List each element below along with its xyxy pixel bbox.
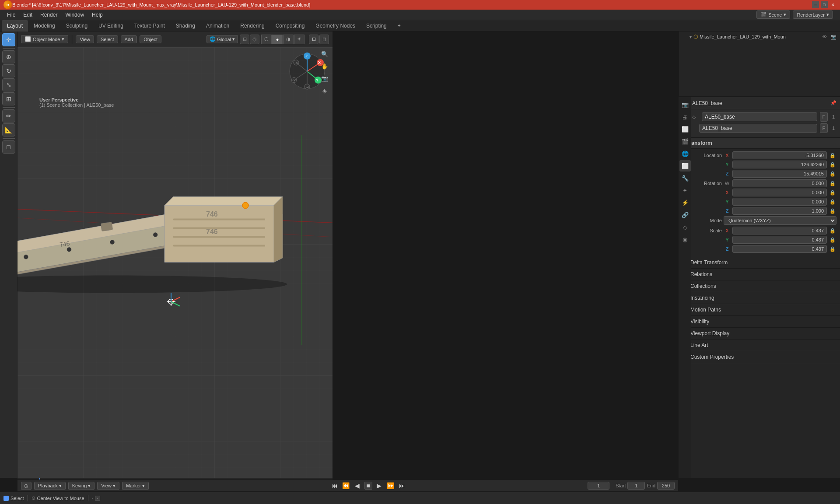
playback-dropdown[interactable]: Playback ▾ [34,482,66,490]
global-selector[interactable]: 🌐 Global ▾ [206,35,238,43]
collections-header[interactable]: ▶ Collections [679,280,840,292]
mesh-fake-user-btn[interactable]: F [820,123,828,133]
jump-start-btn[interactable]: ⏮ [330,481,339,490]
measure-tool[interactable]: 📐 [2,123,15,136]
location-z-input[interactable] [732,170,827,178]
data-props-btn[interactable]: ◇ [679,221,691,233]
rendered-mode-btn[interactable]: ☀ [294,35,304,44]
rotation-y-input[interactable] [732,198,827,206]
rotation-mode-dropdown[interactable]: Quaternion (WXYZ) XYZ Euler XZY Euler YX… [724,216,836,225]
modifier-props-btn[interactable]: 🔧 [679,172,691,184]
object-mode-selector[interactable]: ⬜ Object Mode ▾ [21,35,68,43]
menu-edit[interactable]: Edit [20,11,36,19]
viewport-canvas[interactable]: 746 746 746 [18,47,332,478]
step-forward-btn[interactable]: ⏩ [386,481,395,490]
play-btn[interactable]: ▶ [375,481,384,490]
current-frame-input[interactable] [588,482,609,490]
tab-texture-paint[interactable]: Texture Paint [129,20,170,32]
wireframe-mode-btn[interactable]: ⬡ [261,35,272,44]
delta-transform-header[interactable]: ▶ Delta Transform [679,257,840,268]
particle-props-btn[interactable]: ✦ [679,185,691,196]
tab-layout[interactable]: Layout [2,20,28,32]
tab-animation[interactable]: Animation [201,20,234,32]
material-props-btn[interactable]: ◉ [679,234,691,245]
view-layer-props-btn[interactable]: ⬜ [679,123,691,135]
move-tool[interactable]: ⊕ [2,50,15,63]
select-tool-cursor[interactable]: ✛ [2,33,15,46]
tab-add[interactable]: + [392,20,406,32]
missile-launcher-visibility[interactable]: 👁 [822,34,827,39]
tab-geometry-nodes[interactable]: Geometry Nodes [310,20,360,32]
scale-y-lock[interactable]: 🔒 [829,237,836,243]
props-pin-btn[interactable]: 📌 [830,100,836,106]
transform-tool[interactable]: ⊞ [2,92,15,105]
tab-shading[interactable]: Shading [171,20,200,32]
scale-tool[interactable]: ⤡ [2,78,15,91]
rotation-x-input[interactable] [732,189,827,196]
scene-props-btn[interactable]: 🎬 [679,136,691,147]
scene-selector[interactable]: 🎬 Scene ▾ [756,10,790,19]
center-view-icon[interactable]: ⊙ [32,495,35,501]
object-props-btn[interactable]: ⬜ [679,160,691,172]
material-preview-btn[interactable]: ◑ [283,35,294,44]
scale-z-lock[interactable]: 🔒 [829,246,836,252]
rotation-y-lock[interactable]: 🔒 [829,199,836,205]
play-reverse-btn[interactable]: ◀ [353,481,362,490]
object-menu[interactable]: Object [140,35,161,43]
rotation-w-lock[interactable]: 🔒 [829,181,836,186]
scale-z-input[interactable] [732,245,827,253]
viewport-overlay-toggle[interactable]: ⊡ [309,35,318,44]
view-menu[interactable]: View [76,35,94,43]
rotation-w-input[interactable] [732,179,827,187]
maximize-button[interactable]: □ [821,1,828,8]
object-name-input[interactable] [702,112,817,121]
grab-tool-btn[interactable]: ✋ [319,60,330,72]
end-frame-input[interactable] [657,482,675,490]
start-frame-input[interactable] [627,482,645,490]
rotation-x-lock[interactable]: 🔒 [829,190,836,196]
output-props-btn[interactable]: 🖨 [679,111,691,122]
minimize-button[interactable]: ─ [812,1,819,8]
user-count[interactable]: 1 [830,114,836,119]
tab-rendering[interactable]: Rendering [235,20,270,32]
add-menu[interactable]: Add [121,35,137,43]
scale-y-input[interactable] [732,236,827,244]
view-dropdown[interactable]: View ▾ [97,482,119,490]
missile-launcher-row[interactable]: ▾ ⬡ Missile_Launcher_LAU_129_with_Moun 👁… [682,32,836,41]
annotate-tool[interactable]: ✏ [2,109,15,122]
dot-btn[interactable]: · [95,496,100,501]
location-z-lock[interactable]: 🔒 [829,171,836,177]
missile-launcher-render-vis[interactable]: 📷 [830,34,836,40]
render-props-btn[interactable]: 📷 [679,99,691,110]
proportional-edit-toggle[interactable]: ◎ [250,35,259,44]
instancing-header[interactable]: ▶ Instancing [679,292,840,304]
stop-btn[interactable]: ■ [364,482,372,490]
location-x-input[interactable] [732,151,827,159]
xray-toggle[interactable]: ◻ [319,35,329,44]
scale-x-input[interactable] [732,227,827,234]
tab-scripting[interactable]: Scripting [361,20,392,32]
tab-compositing[interactable]: Compositing [270,20,310,32]
motion-paths-header[interactable]: ▶ Motion Paths [679,304,840,315]
tab-uv-editing[interactable]: UV Editing [93,20,129,32]
snap-toggle[interactable]: ⊟ [240,35,249,44]
tab-modeling[interactable]: Modeling [28,20,60,32]
menu-help[interactable]: Help [88,11,106,19]
world-props-btn[interactable]: 🌐 [679,148,691,159]
visibility-header[interactable]: ▶ Visibility [679,316,840,327]
timeline-mode-icon[interactable]: ◷ [21,482,32,490]
rotation-z-lock[interactable]: 🔒 [829,208,836,214]
rotation-z-input[interactable] [732,207,827,215]
viewport-display-header[interactable]: ▶ Viewport Display [679,328,840,339]
marker-dropdown[interactable]: Marker ▾ [122,482,149,490]
jump-end-btn[interactable]: ⏭ [398,481,406,490]
select-mode-status[interactable]: Select [4,496,24,501]
transform-section-header[interactable]: ▾ Transform [679,138,840,149]
zoom-in-btn[interactable]: 🔍 [319,48,330,60]
location-y-input[interactable] [732,161,827,168]
scale-x-lock[interactable]: 🔒 [829,228,836,234]
tab-sculpting[interactable]: Sculpting [61,20,93,32]
solid-mode-btn[interactable]: ● [272,35,283,44]
menu-render[interactable]: Render [37,11,61,19]
render-preview-btn[interactable]: ◈ [319,85,330,96]
